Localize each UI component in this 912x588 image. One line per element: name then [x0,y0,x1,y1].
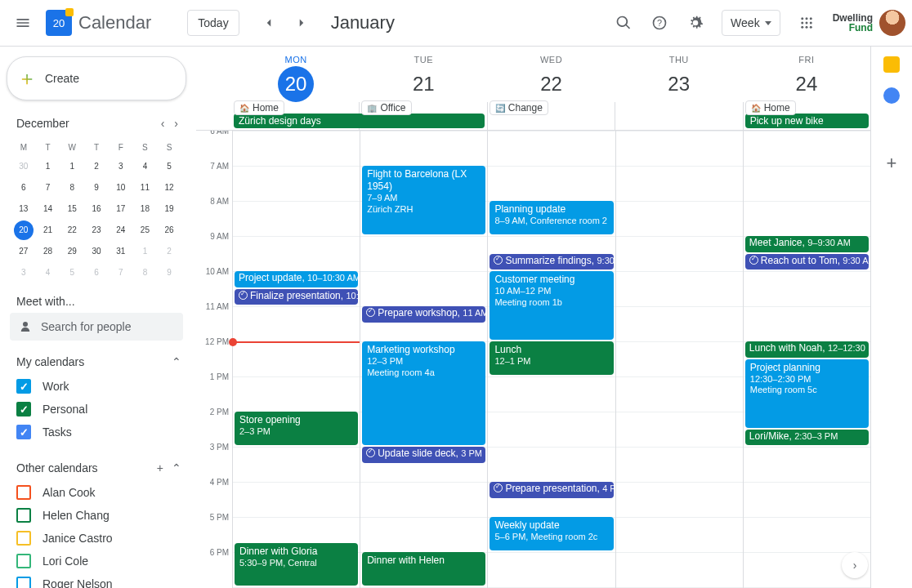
mini-day[interactable]: 14 [38,199,58,219]
day-header[interactable]: THU23 [615,47,743,102]
mini-day[interactable]: 5 [159,157,179,176]
allday-cell[interactable]: 🏠HomePick up new bike [743,102,870,130]
day-column[interactable]: Flight to Barcelona (LX 1954)7–9 AMZüric… [360,131,487,588]
mini-day[interactable]: 30 [14,157,34,176]
prev-week-button[interactable] [253,7,285,39]
apps-icon[interactable] [790,7,823,39]
checkbox[interactable] [16,379,31,394]
mini-day[interactable]: 13 [14,199,34,219]
settings-icon[interactable] [679,7,712,39]
mini-day[interactable]: 11 [135,178,154,198]
allday-cell[interactable]: 🔄Change [487,102,615,130]
mini-day[interactable]: 10 [111,178,131,198]
search-people-input[interactable]: Search for people [10,313,183,341]
checkbox[interactable] [16,531,31,546]
location-chip[interactable]: 🔄Change [490,100,548,115]
event[interactable]: Marketing workshop12–3 PMMeeting room 4a [362,341,485,445]
event[interactable]: Customer meeting10 AM–12 PMMeeting room … [490,271,613,340]
other-calendars-header[interactable]: Other calendars +⌃ [7,461,186,478]
checkbox[interactable] [16,402,31,416]
search-icon[interactable] [607,7,640,39]
allday-event[interactable]: Zürich design days [234,114,485,128]
mini-day[interactable]: 9 [87,178,106,198]
mini-day[interactable]: 27 [14,242,34,261]
create-button[interactable]: ＋ Create [7,56,186,100]
add-calendar-icon[interactable]: + [157,461,163,474]
mini-prev-button[interactable]: ‹ [158,114,168,133]
allday-cell[interactable] [615,102,742,130]
checkbox[interactable] [16,508,31,523]
mini-day[interactable]: 22 [62,220,82,240]
mini-day[interactable]: 6 [87,263,106,283]
allday-cell[interactable]: 🏠HomeZürich design days [232,102,359,130]
mini-day[interactable]: 4 [135,157,154,176]
event[interactable]: Dinner with Gloria5:30–9 PM, Central [235,543,358,586]
day-column[interactable] [615,131,743,588]
calendar-item[interactable]: Personal [7,398,186,421]
day-column[interactable]: Meet Janice, 9–9:30 AMReach out to Tom, … [743,131,870,588]
checkbox[interactable] [16,485,31,500]
today-button[interactable]: Today [187,10,239,36]
calendar-item[interactable]: Work [7,375,186,398]
tasks-icon[interactable] [883,87,900,104]
event[interactable]: Reach out to Tom, 9:30 AM [745,254,869,270]
my-calendars-header[interactable]: My calendars ⌃ [7,355,186,372]
mini-day[interactable]: 8 [62,178,82,198]
mini-day[interactable]: 1 [135,242,154,261]
mini-day[interactable]: 1 [38,157,58,176]
mini-day[interactable]: 7 [111,263,131,283]
event[interactable]: Store opening2–3 PM [235,412,358,445]
mini-day[interactable]: 17 [111,199,131,219]
calendar-item[interactable]: Alan Cook [7,481,186,504]
event[interactable]: Summarize findings, 9:30 [490,254,613,270]
keep-icon[interactable] [883,56,900,73]
event[interactable]: Dinner with Helen [362,552,485,586]
event[interactable]: Update slide deck, 3 PM [362,447,485,463]
day-column[interactable]: Project update, 10–10:30 AMFinalize pres… [232,131,360,588]
checkbox[interactable] [16,577,31,588]
calendar-item[interactable]: Roger Nelson [7,572,186,588]
event[interactable]: Finalize presentation, 10:30 AM [235,289,358,305]
day-header[interactable]: FRI24 [743,47,870,102]
day-header[interactable]: TUE21 [360,47,487,102]
mini-day[interactable]: 2 [87,157,106,176]
mini-day[interactable]: 1 [62,157,82,176]
location-chip[interactable]: 🏢Office [361,100,411,115]
mini-day[interactable]: 25 [135,220,154,240]
mini-calendar[interactable]: MTWTFSS301123456789101112131415161718192… [7,140,186,283]
event[interactable]: Project update, 10–10:30 AM [235,271,358,287]
location-chip[interactable]: 🏠Home [745,100,796,115]
day-header[interactable]: MON20 [232,47,360,102]
event[interactable]: Flight to Barcelona (LX 1954)7–9 AMZüric… [362,166,485,234]
event[interactable]: Project planning12:30–2:30 PMMeeting roo… [745,359,869,428]
event[interactable]: Weekly update5–6 PM, Meeting room 2c [490,517,613,550]
next-week-button[interactable] [285,7,318,39]
event[interactable]: Meet Janice, 9–9:30 AM [745,236,869,252]
calendar-item[interactable]: Lori Cole [7,550,186,572]
mini-day[interactable]: 4 [38,263,58,283]
event[interactable]: Prepare presentation, 4 PM [490,482,613,498]
event[interactable]: Planning update8–9 AM, Conference room 2 [490,201,613,234]
addon-plus-icon[interactable]: + [887,153,897,174]
event[interactable]: Prepare workshop, 11 AM [362,306,485,323]
event[interactable]: Lunch with Noah, 12–12:30 [745,341,869,358]
app-logo[interactable]: 20 Calendar [46,10,151,36]
mini-day[interactable]: 30 [87,242,106,261]
allday-event[interactable]: Pick up new bike [745,114,869,128]
mini-day[interactable]: 21 [38,220,58,240]
mini-day[interactable]: 23 [87,220,106,240]
day-header[interactable]: WED22 [487,47,615,102]
mini-day[interactable]: 8 [135,263,154,283]
mini-day[interactable]: 9 [159,263,179,283]
mini-day[interactable]: 3 [111,157,131,176]
checkbox[interactable] [16,425,31,439]
mini-day[interactable]: 15 [62,199,82,219]
day-column[interactable]: Planning update8–9 AM, Conference room 2… [487,131,615,588]
event[interactable]: Lori/Mike, 2:30–3 PM [745,430,869,446]
avatar[interactable] [879,10,905,36]
mini-day[interactable]: 16 [87,199,106,219]
mini-day[interactable]: 19 [159,199,179,219]
calendar-item[interactable]: Janice Castro [7,527,186,550]
mini-next-button[interactable]: › [171,114,181,133]
mini-day[interactable]: 29 [62,242,82,261]
